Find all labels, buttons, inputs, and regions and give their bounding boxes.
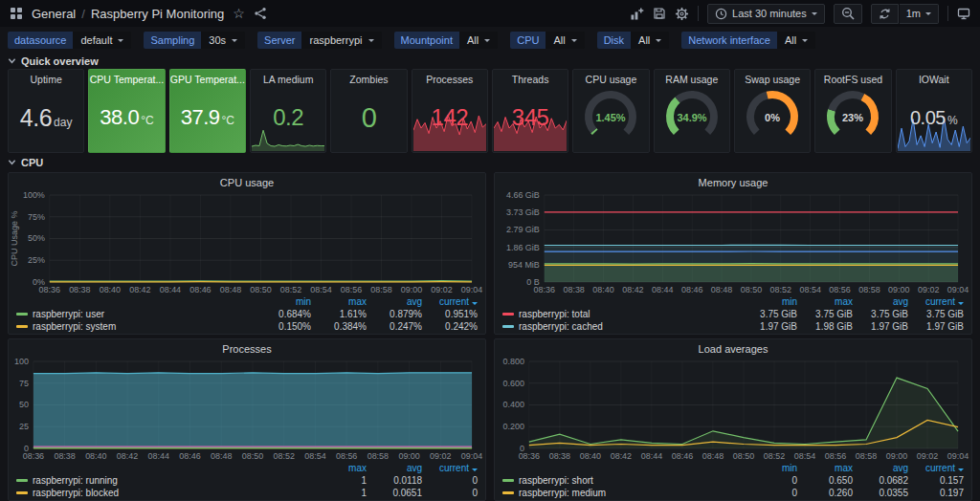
legend-stat-min[interactable]: min: [742, 296, 797, 307]
chart-plot[interactable]: 08:3608:3808:4008:4208:4408:4608:4808:50…: [9, 190, 485, 294]
panel-title[interactable]: RootFS used: [815, 70, 890, 85]
panel-title[interactable]: Processes: [9, 339, 485, 357]
stat-panel-cpu-usage: CPU usage1.45%: [572, 69, 649, 153]
panel-title[interactable]: RAM usage: [655, 70, 729, 85]
stat-panel-uptime: Uptime4.6day: [8, 69, 84, 153]
legend-stat-max[interactable]: max: [797, 463, 853, 473]
svg-text:09:02: 09:02: [431, 285, 452, 294]
svg-text:08:46: 08:46: [681, 285, 702, 294]
refresh-button[interactable]: [871, 4, 899, 24]
svg-text:50: 50: [19, 400, 29, 409]
breadcrumb-section[interactable]: General: [32, 7, 76, 21]
panel-title[interactable]: CPU usage: [9, 173, 485, 190]
dashboards-grid-icon[interactable]: [10, 7, 23, 20]
svg-text:0: 0: [520, 444, 524, 453]
panel-title[interactable]: Threads: [493, 70, 568, 85]
panel-title[interactable]: CPU usage: [573, 70, 648, 85]
variable-value-dropdown[interactable]: All: [459, 32, 498, 49]
stat-panel-processes: Processes142: [412, 69, 488, 153]
legend-series-name[interactable]: raspberrypi: blocked: [16, 488, 311, 498]
legend-stat-max[interactable]: max: [311, 463, 367, 473]
time-range-picker[interactable]: Last 30 minutes: [707, 4, 825, 24]
panel-title[interactable]: LA medium: [251, 70, 325, 85]
legend-series-name[interactable]: raspberrypi: medium: [502, 488, 742, 498]
zoom-out-button[interactable]: [834, 4, 862, 24]
svg-text:08:44: 08:44: [148, 451, 169, 461]
share-icon[interactable]: [254, 7, 267, 20]
legend-stat-avg[interactable]: avg: [367, 463, 422, 473]
stat-value-wrap: 4.6day: [20, 104, 73, 132]
legend-stat-min[interactable]: min: [742, 463, 797, 473]
variable-value-dropdown[interactable]: default: [73, 32, 131, 49]
legend-row: raspberrypi: cached1.97 GiB1.98 GiB1.97 …: [499, 320, 968, 333]
svg-text:08:50: 08:50: [733, 451, 754, 461]
legend-series-name[interactable]: raspberrypi: user: [16, 309, 256, 319]
legend-stat-current[interactable]: current: [422, 463, 478, 473]
svg-text:08:58: 08:58: [368, 451, 389, 461]
variable-label: CPU: [510, 32, 546, 49]
chart-plot[interactable]: 08:3608:3808:4008:4208:4408:4608:4808:50…: [9, 357, 485, 461]
panel-title[interactable]: CPU Temperat...: [89, 70, 164, 85]
legend-stat-min[interactable]: min: [256, 296, 311, 307]
svg-text:0 B: 0 B: [526, 277, 539, 287]
series-color-swatch: [502, 479, 514, 482]
panel-title[interactable]: Load averages: [495, 339, 971, 357]
variable-datasource: datasourcedefault: [8, 32, 131, 49]
legend-stat-current[interactable]: current: [422, 296, 478, 307]
dashboard-settings-gear-icon[interactable]: [675, 7, 689, 21]
legend-series-name[interactable]: raspberrypi: total: [502, 309, 742, 319]
panel-title[interactable]: IOWait: [897, 70, 971, 85]
legend-stat-max[interactable]: max: [797, 296, 853, 307]
legend-series-name[interactable]: raspberrypi: running: [16, 475, 311, 486]
svg-text:08:56: 08:56: [825, 451, 846, 461]
row-header-quick-overview[interactable]: Quick overview: [0, 54, 980, 69]
panel-title[interactable]: Processes: [412, 70, 487, 85]
legend-stat-value: 0.384%: [311, 321, 367, 332]
panel-title[interactable]: Memory usage: [495, 173, 971, 190]
variable-value-dropdown[interactable]: All: [546, 32, 584, 49]
svg-text:08:52: 08:52: [273, 451, 294, 461]
legend-stat-value: 0.0651: [367, 488, 422, 498]
svg-text:09:02: 09:02: [918, 285, 939, 294]
chart-plot[interactable]: 08:3608:3808:4008:4208:4408:4608:4808:50…: [495, 190, 971, 294]
legend-series-name[interactable]: raspberrypi: cached: [502, 321, 742, 332]
variable-value-dropdown[interactable]: raspberrypi: [301, 32, 381, 49]
panel-title[interactable]: Swap usage: [735, 70, 810, 85]
add-panel-icon[interactable]: [630, 7, 644, 21]
series-color-swatch: [502, 325, 514, 328]
variable-value-dropdown[interactable]: All: [777, 32, 815, 49]
svg-text:08:56: 08:56: [336, 451, 357, 461]
legend-stat-avg[interactable]: avg: [367, 296, 422, 307]
stat-value: 142: [432, 104, 469, 131]
legend-stat-current[interactable]: current: [908, 463, 964, 473]
panel-title[interactable]: Zombies: [331, 70, 406, 85]
refresh-interval-picker[interactable]: 1m: [900, 4, 939, 24]
save-dashboard-icon[interactable]: [653, 7, 666, 20]
svg-text:75%: 75%: [28, 212, 45, 222]
panel-title[interactable]: Uptime: [9, 70, 83, 85]
legend-stat-value: 0.879%: [367, 309, 422, 319]
svg-text:08:46: 08:46: [179, 451, 200, 461]
legend-series-name[interactable]: raspberrypi: short: [502, 475, 742, 486]
variable-value-dropdown[interactable]: 30s: [201, 32, 245, 49]
breadcrumb-title[interactable]: Raspberry Pi Monitoring: [91, 7, 224, 21]
svg-text:08:52: 08:52: [770, 285, 791, 294]
legend-stat-avg[interactable]: avg: [853, 463, 908, 473]
legend-stat-value: 0.0682: [853, 475, 908, 486]
legend-stat-value: 0.247%: [367, 321, 422, 332]
panel-title[interactable]: GPU Temperat...: [170, 70, 245, 85]
svg-text:1.86 GiB: 1.86 GiB: [506, 243, 540, 252]
row-header-cpu[interactable]: CPU: [0, 155, 980, 170]
star-icon[interactable]: ☆: [233, 7, 245, 20]
variable-value-dropdown[interactable]: All: [631, 32, 669, 49]
legend-stat-current[interactable]: current: [908, 296, 964, 307]
legend-series-name[interactable]: raspberrypi: system: [16, 321, 256, 332]
chart-plot[interactable]: 08:3608:3808:4008:4208:4408:4608:4808:50…: [495, 357, 971, 461]
series-color-swatch: [16, 479, 28, 482]
kiosk-mode-monitor-icon[interactable]: [957, 7, 970, 20]
legend-stat-avg[interactable]: avg: [853, 296, 908, 307]
svg-text:954 MiB: 954 MiB: [508, 260, 540, 270]
legend-stat-max[interactable]: max: [311, 296, 367, 307]
svg-text:09:04: 09:04: [947, 285, 969, 294]
topbar-left: General / Raspberry Pi Monitoring ☆: [10, 7, 267, 21]
